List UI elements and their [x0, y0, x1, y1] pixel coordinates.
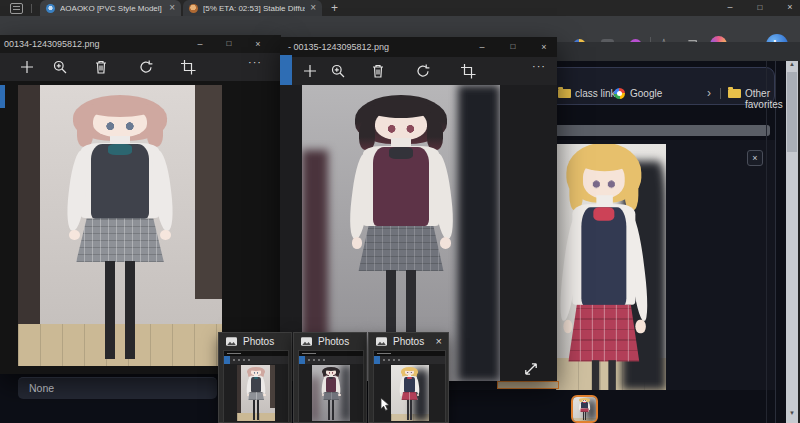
divider	[720, 88, 721, 99]
preview-close-icon[interactable]: ×	[436, 335, 442, 347]
title-bar[interactable]: - 00135-1243095812.png – □ ×	[280, 37, 557, 57]
maximize-button[interactable]: □	[216, 35, 242, 53]
photos-toolbar: ···	[280, 57, 557, 85]
mini-title-bar	[374, 351, 445, 356]
mini-photo	[391, 365, 429, 421]
tab-title: [5% ETA: 02:53] Stable Diffusion	[203, 4, 305, 13]
panel-divider	[766, 61, 767, 423]
folder-icon	[728, 89, 741, 98]
crop-icon[interactable]	[460, 63, 476, 79]
folder-icon	[558, 89, 571, 98]
preview-app-label: Photos	[393, 336, 431, 347]
taskbar-preview-2[interactable]: Photos	[293, 332, 367, 423]
browser-tab-aoaoko[interactable]: AOAOKO [PVC Style Model] - PV ×	[40, 0, 181, 16]
mini-title-bar	[299, 351, 363, 356]
mini-toolbar	[299, 356, 363, 364]
minimize-button[interactable]: –	[469, 37, 495, 57]
close-button[interactable]: ×	[531, 37, 557, 57]
script-dropdown-value: None	[29, 382, 54, 394]
rotate-icon[interactable]	[138, 59, 154, 75]
fullscreen-expand-icon[interactable]	[522, 360, 540, 378]
tab-favicon	[189, 4, 198, 13]
mini-title-bar	[224, 351, 288, 356]
generated-image-blonde	[556, 144, 666, 390]
bookmark-google[interactable]: Google	[630, 88, 662, 99]
preview-thumbnail[interactable]	[223, 350, 289, 423]
google-icon	[614, 88, 625, 99]
accent-strip	[280, 55, 292, 85]
maximize-button[interactable]: □	[500, 37, 526, 57]
mini-toolbar	[224, 356, 288, 364]
tab-close-icon[interactable]: ×	[169, 3, 175, 13]
image-pink-haired-girl	[18, 85, 222, 366]
preview-app-label: Photos	[243, 336, 285, 347]
mouse-cursor	[380, 397, 391, 416]
tab-actions-icon[interactable]	[10, 3, 23, 14]
preview-header: Photos	[294, 333, 366, 349]
new-tab-button[interactable]: +	[331, 1, 338, 15]
chevron-right-icon[interactable]: ›	[707, 86, 711, 100]
preview-thumbnail[interactable]	[298, 350, 364, 423]
preview-header: Photos ×	[369, 333, 448, 349]
page-scrollbar[interactable]: ▲ ▼	[786, 58, 798, 423]
tab-close-icon[interactable]: ×	[310, 3, 316, 13]
see-more-icon[interactable]: ···	[248, 56, 262, 68]
mini-toolbar	[374, 356, 445, 364]
delete-icon[interactable]	[93, 59, 109, 75]
browser-maximize-button[interactable]: □	[748, 1, 772, 14]
bookmark-other-favorites[interactable]: Other favorites	[745, 88, 800, 110]
mini-photo	[312, 365, 350, 421]
window-title: 00134-1243095812.png	[4, 39, 100, 49]
sd-output-image[interactable]	[556, 144, 666, 390]
see-more-icon[interactable]: ···	[532, 60, 546, 72]
photos-app-icon	[225, 336, 238, 347]
zoom-icon[interactable]	[52, 59, 68, 75]
photos-app-icon	[375, 336, 388, 347]
delete-icon[interactable]	[370, 63, 386, 79]
add-icon[interactable]	[302, 63, 318, 79]
preview-app-label: Photos	[318, 336, 360, 347]
scroll-up-icon[interactable]: ▲	[786, 61, 798, 67]
window-title: - 00135-1243095812.png	[288, 42, 389, 52]
scrollbar-thumb[interactable]	[787, 72, 797, 152]
browser-close-button[interactable]: ×	[778, 1, 800, 14]
taskbar-preview-1[interactable]: Photos	[218, 332, 292, 423]
photos-toolbar: ···	[0, 53, 281, 81]
accent-strip	[0, 85, 5, 108]
photos-window-1: 00134-1243095812.png – □ × ···	[0, 35, 281, 374]
photos-app-icon	[300, 336, 313, 347]
title-bar[interactable]: 00134-1243095812.png – □ ×	[0, 35, 281, 53]
minimize-button[interactable]: –	[187, 35, 213, 53]
scroll-down-icon[interactable]: ▼	[786, 410, 798, 416]
photo-image-00134[interactable]	[18, 85, 222, 366]
divider	[31, 4, 32, 13]
panel-divider	[775, 61, 776, 423]
screen: × None ▲ ▼ AOAOKO [PVC Style Model] - PV…	[0, 0, 800, 423]
accent-strip	[374, 356, 380, 364]
preview-header: Photos	[219, 333, 291, 349]
browser-tab-stable-diffusion[interactable]: [5% ETA: 02:53] Stable Diffusion ×	[183, 0, 322, 16]
close-button[interactable]: ×	[245, 35, 271, 53]
accent-strip	[224, 356, 230, 364]
tab-title: AOAOKO [PVC Style Model] - PV	[60, 4, 164, 13]
tab-favicon	[46, 4, 55, 13]
script-dropdown[interactable]: None	[18, 377, 217, 399]
add-icon[interactable]	[19, 59, 35, 75]
gallery-thumbnail-partial[interactable]	[497, 381, 559, 389]
rotate-icon[interactable]	[415, 63, 431, 79]
gallery-thumbnail-selected[interactable]	[571, 395, 598, 423]
viewer-close-button[interactable]: ×	[747, 150, 763, 166]
thumbnail-image	[573, 397, 596, 421]
browser-minimize-button[interactable]: –	[718, 1, 742, 14]
photos-window-2: - 00135-1243095812.png – □ × ···	[280, 37, 557, 381]
mini-photo	[237, 365, 275, 421]
crop-icon[interactable]	[180, 59, 196, 75]
browser-tab-bar: AOAOKO [PVC Style Model] - PV × [5% ETA:…	[0, 0, 800, 16]
zoom-icon[interactable]	[330, 63, 346, 79]
accent-strip	[299, 356, 305, 364]
